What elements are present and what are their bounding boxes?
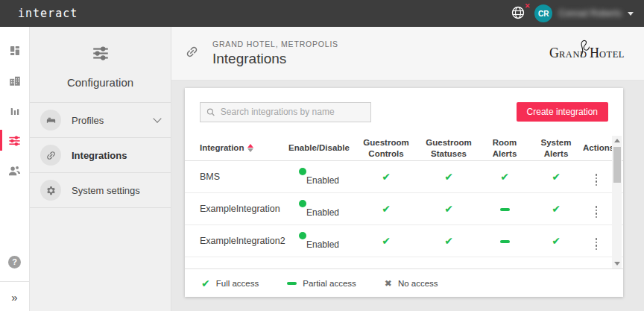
enable-toggle[interactable]: Enabled: [299, 200, 339, 218]
divider: [0, 281, 29, 282]
legend-item-full: ✔ Full access: [201, 277, 259, 289]
table-row: ExampleIntegration Enabled ✔ ✔ ✔: [185, 193, 623, 225]
language-globe-button[interactable]: ✕: [511, 5, 527, 22]
triangle-down-icon: [614, 262, 620, 266]
users-icon: [7, 163, 22, 178]
link-icon: [185, 45, 199, 62]
gear-icon: [40, 180, 61, 201]
search-box: [200, 102, 371, 122]
table-header-row: Integration Enable/Disable Guestroom Con…: [185, 136, 623, 161]
breadcrumb: GRAND HOTEL, METROPOLIS: [212, 40, 338, 48]
brand-flourish-icon: [578, 39, 590, 57]
card-toolbar: Create integration: [185, 88, 623, 136]
access-cell: ✔: [417, 202, 480, 216]
sidebar-item-label: Profiles: [72, 115, 104, 126]
access-legend: ✔ Full access Partial access ✖ No access: [185, 268, 623, 297]
secondary-sidebar-header: Configuration: [30, 27, 171, 103]
app-window: interact ✕ CR Conrad Roberts: [0, 0, 644, 311]
enable-toggle[interactable]: Enabled: [299, 232, 339, 250]
topbar: interact ✕ CR Conrad Roberts: [0, 0, 644, 27]
column-header-actions: Actions: [583, 142, 610, 153]
dash-icon: [287, 282, 297, 285]
legend-item-no: ✖ No access: [385, 278, 438, 289]
legend-item-partial: Partial access: [287, 279, 356, 288]
sidebar-item-dashboard[interactable]: [0, 36, 30, 66]
sidebar-item-configuration[interactable]: [0, 125, 30, 155]
access-cell: [480, 202, 529, 216]
page-header: GRAND HOTEL, METROPOLIS Integrations GRA…: [171, 27, 644, 81]
user-name: Conrad Roberts: [558, 8, 622, 19]
sidebar-item-integrations[interactable]: Integrations: [30, 138, 171, 173]
table-row: BMS Enabled ✔ ✔ ✔ ✔: [185, 161, 623, 193]
help-button[interactable]: ?: [0, 247, 30, 277]
status-dot: [299, 232, 306, 239]
status-dot: [299, 168, 306, 175]
row-actions-menu-icon[interactable]: [593, 172, 600, 188]
configuration-icon: [7, 133, 22, 148]
avatar: CR: [534, 4, 552, 22]
chevron-down-icon: [153, 114, 161, 122]
hotel-icon: [8, 74, 22, 87]
integration-name: BMS: [200, 172, 283, 182]
hotel-brand-logo: GRAND HOTEL: [549, 45, 625, 61]
bed-icon: [40, 110, 61, 131]
row-actions-menu-icon[interactable]: [593, 236, 600, 252]
sidebar-item-profiles[interactable]: Profiles: [30, 103, 171, 138]
table-row: ExampleIntegration2 Enabled ✔ ✔ ✔: [185, 225, 623, 257]
configuration-icon: [91, 43, 110, 63]
access-cell: [480, 234, 529, 248]
column-header-enable-disable: Enable/Disable: [283, 142, 355, 153]
column-header-guestroom-statuses: Guestroom Statuses: [417, 137, 480, 159]
access-cell: ✔: [480, 170, 529, 183]
scrollbar-thumb[interactable]: [613, 147, 621, 183]
access-cell: ✔: [417, 170, 480, 183]
expand-sidebar-button[interactable]: »: [11, 286, 17, 311]
column-header-system-alerts: System Alerts: [529, 137, 583, 159]
sidebar-item-system-settings[interactable]: System settings: [30, 173, 171, 208]
status-label: Enabled: [306, 175, 339, 186]
scrollbar-track[interactable]: [612, 145, 622, 259]
sidebar-item-users[interactable]: [0, 155, 30, 185]
secondary-sidebar-title: Configuration: [30, 76, 171, 89]
analytics-icon: [8, 104, 22, 117]
access-cell: ✔: [529, 234, 583, 248]
access-cell: ✔: [417, 234, 480, 248]
scroll-down-button[interactable]: [612, 259, 622, 268]
table-scrollbar[interactable]: [612, 136, 622, 268]
x-icon: ✖: [385, 278, 392, 289]
access-cell: ✔: [355, 170, 417, 183]
user-menu[interactable]: CR Conrad Roberts: [534, 4, 634, 22]
main-area: GRAND HOTEL, METROPOLIS Integrations GRA…: [171, 27, 644, 311]
triangle-up-icon: [614, 139, 620, 142]
primary-sidebar: ? »: [0, 27, 30, 311]
enable-toggle[interactable]: Enabled: [299, 168, 339, 186]
status-label: Enabled: [306, 207, 339, 218]
status-label: Enabled: [306, 239, 339, 250]
access-cell: ✔: [529, 202, 583, 216]
sidebar-item-label: Integrations: [72, 150, 127, 161]
sort-icon: [247, 144, 253, 152]
integration-name: ExampleIntegration: [200, 204, 283, 214]
sidebar-item-analytics[interactable]: [0, 95, 30, 125]
page-title: Integrations: [212, 51, 338, 67]
integration-name: ExampleIntegration2: [200, 236, 283, 246]
secondary-sidebar: Configuration Profiles: [30, 27, 171, 311]
integrations-card: Create integration Integration Enable/: [185, 88, 623, 297]
column-header-integration[interactable]: Integration: [200, 142, 283, 153]
dashboard-icon: [8, 44, 22, 57]
sidebar-item-label: System settings: [72, 185, 140, 196]
access-cell: ✔: [355, 202, 417, 216]
scroll-up-button[interactable]: [612, 136, 622, 145]
column-header-guestroom-controls: Guestroom Controls: [355, 137, 417, 159]
column-header-room-alerts: Room Alerts: [480, 137, 529, 159]
search-icon: [206, 107, 215, 117]
search-input[interactable]: [221, 107, 364, 117]
collapse-icon: »: [11, 291, 17, 304]
sidebar-item-properties[interactable]: [0, 66, 30, 95]
create-integration-button[interactable]: Create integration: [517, 102, 608, 122]
help-icon: ?: [8, 256, 21, 268]
status-dot: [299, 200, 306, 207]
row-actions-menu-icon[interactable]: [593, 204, 600, 220]
content-area: Create integration Integration Enable/: [171, 81, 644, 311]
link-icon: [40, 145, 61, 166]
